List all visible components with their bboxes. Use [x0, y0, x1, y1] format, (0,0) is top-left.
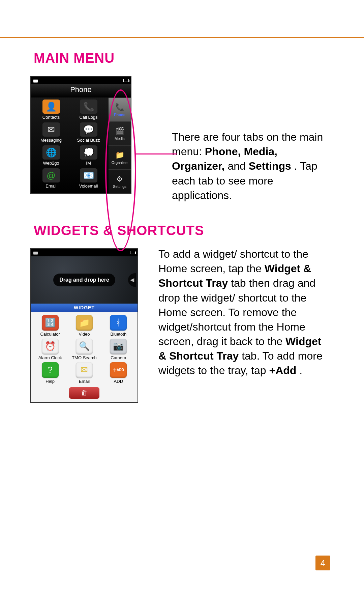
signal-icon	[33, 250, 37, 255]
email-icon: ✉	[76, 362, 93, 378]
tab-media[interactable]: 🎬Media	[109, 121, 131, 145]
page-number: 4	[315, 556, 330, 570]
widget-tray-header: WIDGET	[31, 304, 138, 312]
status-bar	[31, 249, 138, 256]
tab-organizer[interactable]: 📁Organizer	[109, 145, 131, 169]
app-voicemail[interactable]: 📧Voicemail	[70, 168, 107, 189]
text: and	[228, 160, 248, 172]
help-icon: ?	[42, 362, 59, 378]
widget-email[interactable]: ✉Email	[68, 362, 100, 384]
figure-widgets: Drag and drop here ◀ WIDGET 🔢Calculator📁…	[30, 248, 138, 403]
status-bar	[31, 77, 131, 84]
app-messaging[interactable]: ✉Messaging	[33, 122, 69, 143]
app-label: IM	[86, 161, 91, 166]
widget-label: Alarm Clock	[38, 355, 62, 360]
widget-label: TMO Search	[72, 355, 97, 360]
widget-label: Calculator	[40, 332, 60, 337]
figure-main-menu: Phone 👤Contacts📞Call Logs✉Messaging💬Soci…	[30, 76, 158, 194]
widget-label: Help	[46, 379, 55, 384]
widget-help[interactable]: ?Help	[34, 362, 66, 384]
phone-mock-2: Drag and drop here ◀ WIDGET 🔢Calculator📁…	[30, 248, 138, 403]
widget-alarm-clock[interactable]: ⏰Alarm Clock	[34, 339, 66, 360]
messaging-icon: ✉	[42, 122, 60, 137]
home-area[interactable]: Drag and drop here ◀	[31, 256, 138, 304]
text-bold: +Add	[269, 364, 296, 376]
tab-label: Settings	[113, 185, 126, 189]
app-label: Call Logs	[79, 115, 97, 120]
signal-icon	[33, 78, 37, 83]
app-label: Social Buzz	[77, 138, 100, 143]
widget-label: Email	[79, 379, 90, 384]
bluetoth-icon: ᚼ	[110, 315, 127, 331]
section-title-main-menu: MAIN MENU	[34, 51, 330, 66]
widget-calculator[interactable]: 🔢Calculator	[34, 315, 66, 337]
tab-phone[interactable]: 📞Phone	[109, 97, 131, 121]
settings-icon: ⚙	[116, 175, 123, 183]
app-label: Email	[46, 183, 57, 189]
app-contacts[interactable]: 👤Contacts	[33, 100, 69, 120]
main-menu-paragraph: There are four tabs on the main menu: Ph…	[172, 130, 330, 203]
callout-line	[136, 153, 177, 154]
camera-icon: 📷	[110, 339, 127, 354]
tab-label: Media	[115, 137, 125, 141]
top-rule	[0, 37, 364, 38]
drag-hint: Drag and drop here	[53, 274, 115, 286]
web2go-icon: 🌐	[42, 145, 60, 160]
widget-add[interactable]: +ADDADD	[102, 362, 135, 384]
social-buzz-icon: 💬	[80, 122, 97, 137]
app-social-buzz[interactable]: 💬Social Buzz	[70, 122, 107, 143]
widget-label: ADD	[114, 379, 123, 384]
widget-bluetoth[interactable]: ᚼBluetoth	[102, 315, 135, 337]
phone-icon: 📞	[115, 103, 124, 112]
tab-label: Phone	[114, 113, 125, 117]
email-icon: @	[42, 168, 60, 182]
phone-mock-1: Phone 👤Contacts📞Call Logs✉Messaging💬Soci…	[30, 76, 131, 194]
trash-icon: 🗑	[81, 389, 88, 397]
widget-label: Bluetoth	[110, 332, 126, 337]
app-web2go[interactable]: 🌐Web2go	[33, 145, 69, 166]
widget-video[interactable]: 📁Video	[68, 315, 100, 337]
add-icon: +ADD	[110, 362, 127, 378]
contacts-icon: 👤	[42, 100, 60, 114]
phone-header: Phone	[31, 84, 131, 97]
alarm-clock-icon: ⏰	[42, 339, 59, 354]
widgets-paragraph: To add a widget/ shortcut to the Home sc…	[158, 247, 330, 378]
battery-icon	[130, 251, 135, 254]
call-logs-icon: 📞	[80, 100, 97, 114]
text-bold: Settings	[249, 160, 291, 172]
battery-icon	[123, 79, 129, 82]
widget-camera[interactable]: 📷Camera	[102, 339, 135, 360]
trash-button[interactable]: 🗑	[69, 387, 99, 399]
app-label: Messaging	[40, 138, 62, 143]
app-label: Contacts	[42, 115, 60, 120]
im-icon: 💭	[80, 145, 97, 160]
calculator-icon: 🔢	[42, 315, 59, 331]
media-icon: 🎬	[115, 127, 124, 136]
app-call-logs[interactable]: 📞Call Logs	[70, 100, 107, 120]
app-im[interactable]: 💭IM	[70, 145, 107, 166]
tmo-search-icon: 🔍	[76, 339, 93, 354]
text: .	[299, 364, 302, 376]
widget-tmo-search[interactable]: 🔍TMO Search	[68, 339, 100, 360]
tab-settings[interactable]: ⚙Settings	[109, 169, 131, 193]
app-label: Web2go	[43, 161, 59, 166]
voicemail-icon: 📧	[80, 168, 97, 182]
tab-label: Organizer	[112, 161, 128, 165]
widget-label: Video	[79, 332, 90, 337]
app-email[interactable]: @Email	[33, 168, 69, 189]
tray-footer: 🗑	[31, 386, 138, 402]
section-title-widgets: WIDGETS & SHORTCUTS	[34, 223, 330, 238]
widget-label: Camera	[111, 355, 126, 360]
organizer-icon: 📁	[115, 151, 124, 160]
app-label: Voicemail	[79, 183, 98, 189]
tray-handle-icon[interactable]: ◀	[128, 273, 136, 287]
video-icon: 📁	[76, 315, 93, 331]
